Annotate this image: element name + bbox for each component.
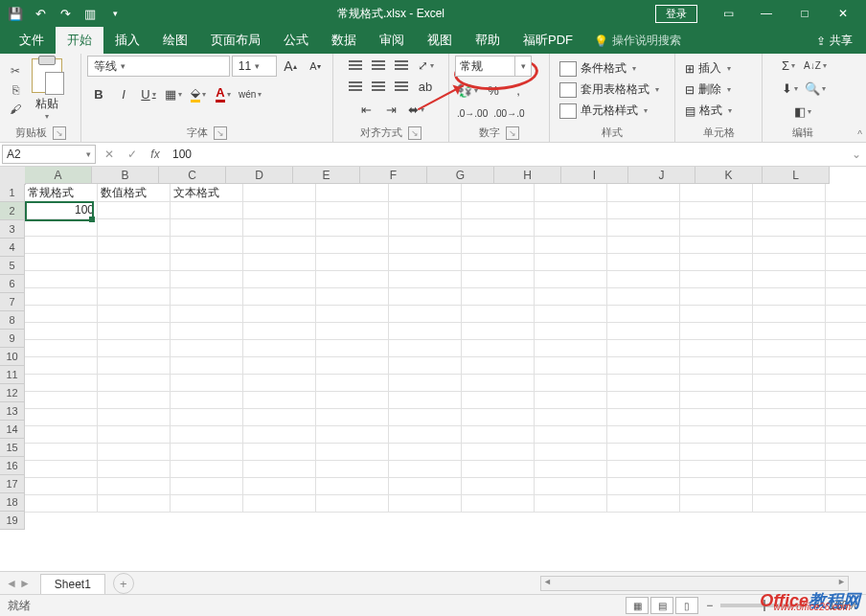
- cell[interactable]: [389, 270, 462, 288]
- number-format-combo[interactable]: 常规▾: [455, 56, 532, 77]
- cell[interactable]: [316, 425, 389, 444]
- cancel-formula-icon[interactable]: ✕: [98, 148, 121, 161]
- cell[interactable]: [462, 322, 535, 340]
- cell[interactable]: [316, 374, 389, 392]
- col-header[interactable]: B: [92, 167, 159, 184]
- cell[interactable]: [826, 391, 866, 409]
- cell[interactable]: [535, 425, 607, 444]
- cell[interactable]: [607, 460, 680, 478]
- cell[interactable]: [389, 460, 462, 478]
- cell[interactable]: [316, 218, 389, 237]
- cell[interactable]: [826, 287, 866, 306]
- cell[interactable]: [462, 477, 535, 495]
- cell-grid[interactable]: 常规格式 数值格式 文本格式 100: [25, 184, 866, 512]
- cell[interactable]: [753, 201, 826, 219]
- row-header[interactable]: 11: [0, 366, 25, 384]
- cell[interactable]: [826, 236, 866, 254]
- cell[interactable]: [316, 408, 389, 426]
- cell[interactable]: [680, 494, 753, 513]
- cell[interactable]: [25, 443, 98, 461]
- cell[interactable]: [316, 201, 389, 219]
- cell[interactable]: [535, 322, 607, 340]
- cell[interactable]: [753, 425, 826, 444]
- cell[interactable]: [171, 201, 243, 219]
- minimize-icon[interactable]: —: [747, 0, 786, 27]
- cell[interactable]: [171, 391, 243, 409]
- cell[interactable]: [243, 184, 316, 202]
- cell[interactable]: [535, 339, 607, 357]
- row-header[interactable]: 12: [0, 384, 25, 402]
- phonetic-button[interactable]: wén: [237, 84, 263, 103]
- align-center[interactable]: [368, 77, 389, 96]
- cell[interactable]: [753, 374, 826, 392]
- cell[interactable]: [462, 425, 535, 444]
- cell[interactable]: [389, 236, 462, 254]
- cell[interactable]: 数值格式: [98, 184, 171, 202]
- cell[interactable]: [607, 374, 680, 392]
- cell[interactable]: [753, 391, 826, 409]
- cell[interactable]: [25, 494, 98, 513]
- cell[interactable]: [753, 287, 826, 306]
- cell[interactable]: [389, 201, 462, 219]
- cell[interactable]: [389, 218, 462, 237]
- cell[interactable]: [243, 356, 316, 375]
- decrease-decimal[interactable]: .00→.0: [491, 103, 526, 123]
- cell[interactable]: [171, 287, 243, 306]
- cell[interactable]: [680, 374, 753, 392]
- conditional-format-button[interactable]: 条件格式▾: [556, 59, 663, 79]
- cell[interactable]: [753, 460, 826, 478]
- qat-item-icon[interactable]: ▥: [79, 2, 102, 25]
- cell[interactable]: [607, 236, 680, 254]
- cell[interactable]: [389, 374, 462, 392]
- cell[interactable]: [316, 460, 389, 478]
- cell[interactable]: [25, 287, 98, 306]
- cell[interactable]: [753, 236, 826, 254]
- cell[interactable]: [607, 287, 680, 306]
- cell[interactable]: [98, 477, 171, 495]
- cell[interactable]: [753, 494, 826, 513]
- autosum-button[interactable]: Σ: [777, 56, 800, 75]
- shrink-font-icon[interactable]: A▾: [304, 57, 327, 76]
- format-painter-icon[interactable]: 🖌: [6, 101, 25, 118]
- cell[interactable]: [462, 184, 535, 202]
- fill-button[interactable]: ⬇: [778, 79, 801, 98]
- cell[interactable]: [316, 322, 389, 340]
- cell[interactable]: [680, 408, 753, 426]
- cell[interactable]: [680, 460, 753, 478]
- cell[interactable]: [25, 460, 98, 478]
- cell[interactable]: [98, 322, 171, 340]
- cell[interactable]: [753, 443, 826, 461]
- cell[interactable]: [826, 218, 866, 237]
- cell[interactable]: [243, 218, 316, 237]
- cell[interactable]: [171, 253, 243, 271]
- cell[interactable]: [607, 270, 680, 288]
- cell[interactable]: [389, 184, 462, 202]
- cell[interactable]: [243, 201, 316, 219]
- row-header[interactable]: 19: [0, 512, 25, 530]
- number-launcher[interactable]: ↘: [506, 126, 519, 140]
- tab-review[interactable]: 审阅: [368, 27, 416, 54]
- cell[interactable]: [25, 339, 98, 357]
- cell[interactable]: [462, 339, 535, 357]
- cell[interactable]: [389, 408, 462, 426]
- cell[interactable]: [535, 201, 607, 219]
- cell[interactable]: [243, 443, 316, 461]
- cell[interactable]: [680, 253, 753, 271]
- cell[interactable]: [243, 391, 316, 409]
- cell[interactable]: [243, 477, 316, 495]
- cell[interactable]: [535, 270, 607, 288]
- cell[interactable]: [535, 460, 607, 478]
- col-header[interactable]: L: [763, 167, 830, 184]
- cell[interactable]: [98, 253, 171, 271]
- cell[interactable]: [171, 218, 243, 237]
- border-button[interactable]: ▦: [162, 84, 185, 103]
- row-header[interactable]: 6: [0, 275, 25, 293]
- cell[interactable]: [607, 305, 680, 323]
- cell[interactable]: [25, 322, 98, 340]
- cell[interactable]: [535, 236, 607, 254]
- find-button[interactable]: 🔍: [803, 79, 828, 98]
- cell[interactable]: [680, 201, 753, 219]
- cell[interactable]: [680, 425, 753, 444]
- font-size-combo[interactable]: 11▾: [232, 56, 277, 77]
- cell[interactable]: [25, 425, 98, 444]
